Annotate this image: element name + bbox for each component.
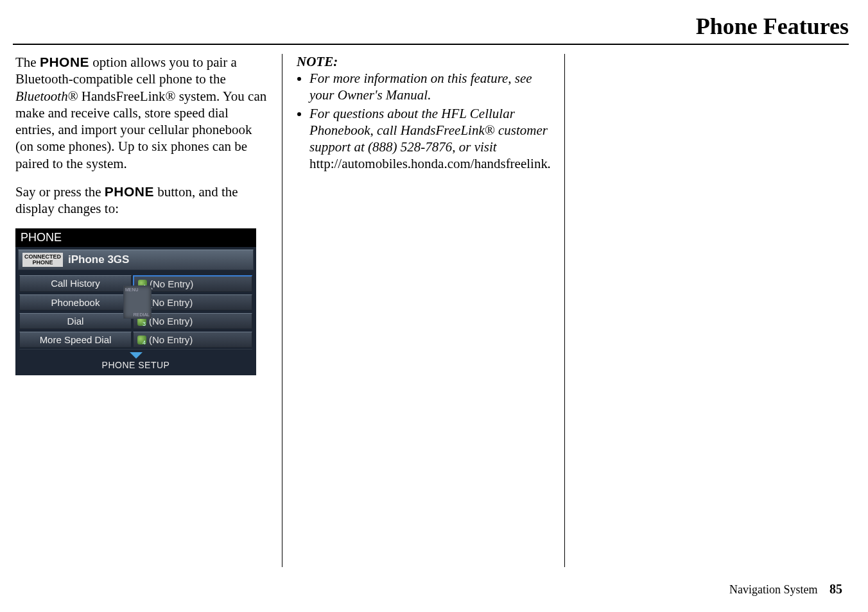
center-dpad-icon: MENU REDIAL [123,285,152,319]
phone-keyword: PHONE [40,55,89,69]
slot-num: 3 [143,321,146,327]
dial-button[interactable]: Dial [19,313,132,329]
note-text: For questions about the HFL Cellular Pho… [309,106,548,155]
page-header: Phone Features [13,13,849,45]
intro-paragraph: The PHONE option allows you to pair a Bl… [15,54,268,172]
phone-setup-label: PHONE SETUP [102,360,170,370]
page-number: 85 [829,582,842,596]
phone-menu-grid: MENU REDIAL Call History 1(No Entry) Pho… [15,273,256,349]
entry-text: (No Entry) [150,278,193,289]
connected-badge: CONNECTED PHONE [22,253,63,267]
phone-keyword: PHONE [105,184,154,199]
note-url: http://automobiles.honda.com/handsfreeli… [309,156,548,171]
screen-title: PHONE [15,228,256,247]
text: Say or press the [15,184,105,200]
phonebook-button[interactable]: Phonebook [19,294,132,310]
page-title: Phone Features [13,13,849,40]
phone-screen: PHONE CONNECTED PHONE iPhone 3GS MENU RE… [15,228,256,375]
note-heading: NOTE: [297,54,550,70]
bluetooth-word: Bluetooth [15,89,68,104]
connected-phone-row[interactable]: CONNECTED PHONE iPhone 3GS [18,250,254,270]
note-item-2: For questions about the HFL Cellular Pho… [309,105,550,173]
entry-text: (No Entry) [149,297,193,308]
note-item-1: For more information on this feature, se… [309,70,550,104]
column-1: The PHONE option allows you to pair a Bl… [13,54,282,567]
connected-phone-name: iPhone 3GS [68,253,129,266]
speed-dial-4[interactable]: 4(No Entry) [133,332,252,348]
column-2: NOTE: For more information on this featu… [282,54,565,567]
dpad-label-top: MENU [125,287,150,292]
down-arrow-icon [130,352,143,359]
more-speed-dial-button[interactable]: More Speed Dial [19,332,132,348]
phone-setup-button[interactable]: PHONE SETUP [19,349,252,374]
slot-num: 4 [143,339,146,346]
dpad-label-bottom: REDIAL [134,312,150,317]
badge-line2: PHONE [24,260,61,266]
page-footer: Navigation System 85 [729,582,842,597]
footer-label: Navigation System [729,583,818,596]
note-list: For more information on this feature, se… [297,70,550,173]
column-3 [565,54,849,567]
entry-text: (No Entry) [149,334,193,345]
entry-text: (No Entry) [149,316,193,327]
instruction-paragraph: Say or press the PHONE button, and the d… [15,183,268,217]
note-period: . [548,156,551,171]
content-columns: The PHONE option allows you to pair a Bl… [13,54,849,567]
text: The [15,55,40,70]
call-history-button[interactable]: Call History [19,275,132,292]
note-text: For more information on this feature, se… [309,71,532,103]
